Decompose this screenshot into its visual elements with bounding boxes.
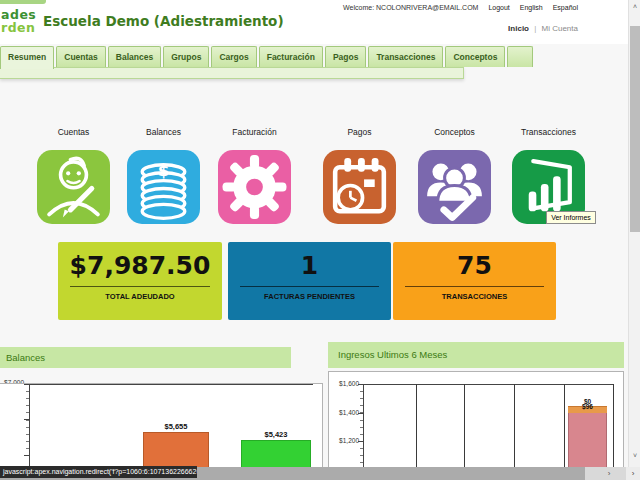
bar-ingresos [568, 413, 607, 472]
vertical-gridline [613, 384, 614, 472]
y-axis-minor-ticks [360, 384, 363, 472]
logo-line2: rden [1, 21, 36, 34]
header: ades rden Escuela Demo (Adiestramiento) … [0, 0, 640, 44]
y-axis-line [29, 384, 30, 472]
stat-label-facturas-pendientes: FACTURAS PENDIENTES [228, 292, 391, 301]
shortcut-pagos-tile[interactable] [323, 150, 396, 224]
balances-panel-title: Balances [0, 347, 45, 368]
espanol-link[interactable]: Español [553, 4, 578, 11]
stat-divider [70, 286, 210, 287]
ytick-label: $1,600 [335, 380, 359, 388]
tab-bar: ResumenCuentasBalancesGruposCargosFactur… [0, 46, 533, 67]
y-axis-line [363, 384, 364, 472]
ingresos-panel-title: Ingresos Ultimos 6 Meses [328, 342, 447, 368]
balances-panel-header: Balances [0, 347, 291, 368]
bar-data-label: $5,423 [231, 430, 321, 439]
shortcut-label-transacciones: Transacciones [499, 127, 599, 137]
shortcut-label-conceptos: Conceptos [405, 127, 505, 137]
shortcut-cuentas-tile[interactable] [37, 150, 110, 224]
statbox-total-adeudado: $7,987.50TOTAL ADEUDADO [58, 242, 222, 320]
nav-divider: | [534, 24, 536, 33]
y-axis-tick [358, 441, 363, 442]
welcome-line: Welcome: NCOLONRIVERA@EMAIL.COM Logout E… [343, 4, 578, 11]
secondary-nav: Inicio | Mi Cuenta [508, 24, 578, 33]
y-axis-tick [24, 419, 29, 420]
logout-link[interactable]: Logout [488, 4, 509, 11]
plot-top-border [29, 384, 313, 385]
scroll-up-icon[interactable]: ˄ [629, 1, 640, 13]
y-axis-tick [24, 455, 29, 456]
ytick-label: $1,400 [335, 409, 359, 417]
stat-divider [405, 286, 544, 287]
tab-spacer [507, 46, 533, 67]
shortcut-conceptos-tile[interactable] [418, 150, 491, 224]
tab-content-band [0, 67, 464, 79]
welcome-text: Welcome: NCOLONRIVERA@EMAIL.COM [343, 4, 478, 11]
bar-data-label: $5,655 [133, 422, 219, 431]
scroll-right-icon[interactable]: › [600, 467, 618, 480]
tab-balances[interactable]: Balances [108, 46, 161, 67]
stat-label-total-adeudado: TOTAL ADEUDADO [58, 292, 222, 301]
scroll-right-corner-icon[interactable]: › [626, 467, 640, 480]
shortcut-balances-tile[interactable]: $ [127, 150, 200, 224]
mi-cuenta-link[interactable]: Mi Cuenta [542, 24, 578, 33]
shortcut-facturacion-tile[interactable] [218, 150, 291, 224]
tab-resumen[interactable]: Resumen [0, 46, 54, 69]
status-bar: javascript:apex.navigation.redirect('f?p… [0, 466, 197, 478]
stat-divider [240, 286, 379, 287]
page-title: Escuela Demo (Adiestramiento) [43, 13, 284, 29]
ytick-label: $1,200 [335, 437, 359, 445]
plot-top-border [363, 384, 613, 385]
vscroll-thumb[interactable] [630, 26, 640, 232]
statbox-transacciones: 75TRANSACCIONES [393, 242, 556, 320]
tab-transacciones[interactable]: Transacciones [368, 46, 443, 67]
vertical-gridline [514, 384, 515, 472]
bar-data-label: $96 [563, 403, 612, 410]
tab-cargos[interactable]: Cargos [211, 46, 256, 67]
ingresos-panel-header: Ingresos Ultimos 6 Meses [328, 342, 624, 368]
shortcut-label-pagos: Pagos [310, 127, 410, 137]
y-axis-minor-ticks [26, 384, 29, 462]
stat-value-facturas-pendientes: 1 [228, 251, 391, 281]
tab-pagos[interactable]: Pagos [325, 46, 367, 67]
app-window: ades rden Escuela Demo (Adiestramiento) … [0, 0, 640, 480]
statbox-facturas-pendientes: 1FACTURAS PENDIENTES [228, 242, 391, 320]
logo[interactable]: ades rden [1, 8, 36, 34]
tab-grupos[interactable]: Grupos [163, 46, 209, 67]
shortcut-label-cuentas: Cuentas [24, 127, 124, 137]
inicio-link[interactable]: Inicio [508, 24, 529, 33]
svg-text:$: $ [158, 160, 170, 180]
stat-value-transacciones: 75 [393, 251, 556, 281]
stat-label-transacciones: TRANSACCIONES [393, 292, 556, 301]
y-axis-tick [358, 384, 363, 385]
vertical-gridline [464, 384, 465, 472]
tab-cuentas[interactable]: Cuentas [56, 46, 106, 67]
english-link[interactable]: English [520, 4, 543, 11]
ver-informes-tooltip: Ver Informes [546, 211, 596, 224]
logo-graphic [0, 0, 46, 4]
shortcut-label-balances: Balances [114, 127, 214, 137]
y-axis-tick [24, 384, 29, 385]
scroll-down-icon[interactable]: ˅ [629, 450, 640, 462]
balances-chart: $5,655$5,423 [0, 383, 323, 472]
stat-value-total-adeudado: $7,987.50 [58, 251, 222, 281]
y-axis-tick [358, 413, 363, 414]
tab-facturacion[interactable]: Facturación [259, 46, 323, 67]
tab-conceptos[interactable]: Conceptos [445, 46, 505, 67]
shortcut-label-facturacion: Facturación [205, 127, 305, 137]
vertical-scrollbar[interactable]: ˄ ˅ [628, 0, 640, 467]
vertical-gridline [416, 384, 417, 472]
ingresos-chart: $1,600$1,400$1,200$0$96 [328, 371, 624, 472]
